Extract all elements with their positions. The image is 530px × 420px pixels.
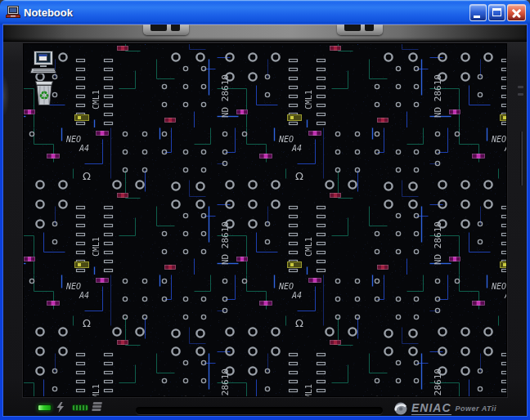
recycle-bin-icon[interactable]: ♻ xyxy=(31,77,57,107)
brand-name: ENIAC xyxy=(411,402,451,415)
laptop-screen: ♻ xyxy=(23,43,507,397)
app-window: Notebook xyxy=(0,0,530,420)
latch-hook xyxy=(171,25,180,31)
bezel-mark xyxy=(518,93,523,96)
brand-model: Power ATii xyxy=(456,404,496,413)
latch-hook xyxy=(150,25,167,31)
brand-area: ENIAC Power ATii xyxy=(394,400,522,418)
my-computer-icon[interactable] xyxy=(29,51,57,77)
lid-latch xyxy=(337,25,383,35)
laptop-bezel: ♻ xyxy=(3,41,527,416)
bezel-ridge xyxy=(3,76,9,115)
laptop-photo: ♻ xyxy=(3,25,527,416)
maximize-button[interactable] xyxy=(488,4,505,21)
window-controls xyxy=(469,4,526,21)
lid-latch xyxy=(143,25,189,35)
bezel-mark xyxy=(518,86,523,88)
latch-hook xyxy=(365,25,374,31)
eniac-globe-logo xyxy=(394,402,407,415)
minimize-icon xyxy=(474,16,480,18)
bezel-vent-slot xyxy=(520,132,523,185)
title-bar[interactable]: Notebook xyxy=(0,0,530,25)
circuit-wallpaper-canvas xyxy=(24,44,506,396)
svg-text:♻: ♻ xyxy=(38,88,49,103)
power-led xyxy=(38,404,52,411)
ac-power-icon xyxy=(56,402,65,413)
minimize-button[interactable] xyxy=(469,4,487,21)
battery-led xyxy=(72,404,88,411)
laptop-lid-edge xyxy=(3,25,527,41)
notebook-window-icon xyxy=(6,5,20,20)
close-button[interactable] xyxy=(507,4,526,21)
maximize-icon xyxy=(492,8,501,16)
latch-hook xyxy=(344,25,361,31)
battery-stack-icon xyxy=(92,402,102,412)
window-title: Notebook xyxy=(24,7,469,19)
hinge-groove xyxy=(136,407,383,414)
